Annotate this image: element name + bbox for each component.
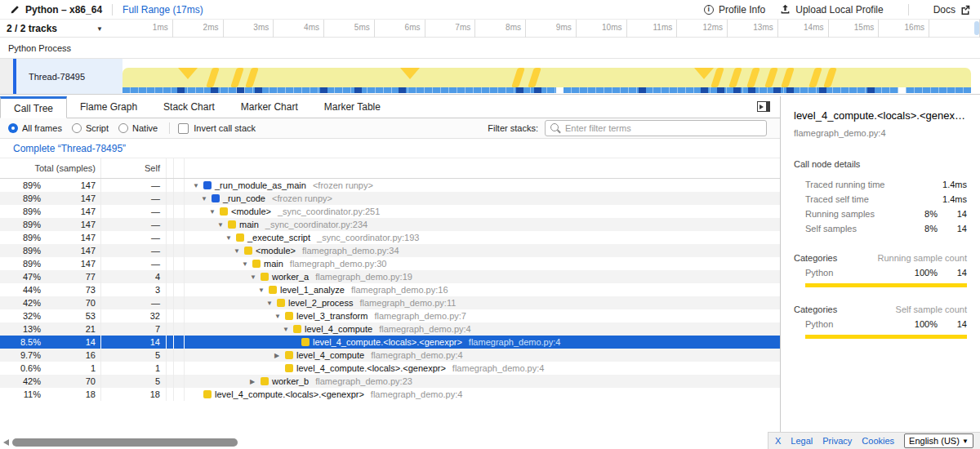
column-header-total[interactable]: Total (samples) xyxy=(0,158,101,178)
category-percent: 100% xyxy=(905,319,938,329)
twisty-open-icon[interactable]: ▼ xyxy=(250,273,261,281)
total-percent: 13% xyxy=(0,324,41,334)
process-track-header[interactable]: Python Process xyxy=(0,38,980,59)
categories-kind: Self sample count xyxy=(896,305,967,314)
table-row[interactable]: 89%147—▼_execute_script_sync_coordinator… xyxy=(0,231,780,244)
tracks-scrollbar[interactable] xyxy=(974,21,979,35)
table-row[interactable]: 44%733▼level_1_analyzeflamegraph_demo.py… xyxy=(0,283,780,296)
invert-call-stack-checkbox[interactable] xyxy=(178,123,189,134)
function-name: level_4_compute.<locals>.<genexpr> xyxy=(215,389,364,399)
cell-self: 4 xyxy=(101,270,167,283)
twisty-open-icon[interactable]: ▼ xyxy=(217,221,228,229)
radio-label[interactable]: All frames xyxy=(22,123,62,133)
detail-label: Traced self time xyxy=(794,194,905,204)
tab-call-tree[interactable]: Call Tree xyxy=(0,96,67,118)
filter-stacks-input[interactable] xyxy=(545,120,767,136)
divider xyxy=(112,4,113,16)
table-row[interactable]: 13%217▼level_4_computeflamegraph_demo.py… xyxy=(0,322,780,336)
upload-profile-button[interactable]: Upload Local Profile xyxy=(780,4,883,16)
column-spacer xyxy=(174,158,185,178)
table-row[interactable]: 42%70—▼level_2_processflamegraph_demo.py… xyxy=(0,296,780,309)
samples-strip[interactable] xyxy=(122,87,971,93)
twisty-closed-icon[interactable]: ▶ xyxy=(250,378,261,385)
language-select[interactable]: English (US) ▼ xyxy=(904,433,973,448)
scroll-left-arrow-icon[interactable] xyxy=(3,439,9,446)
table-row[interactable]: 9.7%165▶level_4_computeflamegraph_demo.p… xyxy=(0,349,780,362)
sidebar-toggle-icon[interactable] xyxy=(757,101,770,112)
table-row[interactable]: 89%147—▼mainflamegraph_demo.py:30 xyxy=(0,257,780,270)
tab-flame-graph[interactable]: Flame Graph xyxy=(67,96,150,118)
cell-self: 14 xyxy=(101,336,167,349)
radio-native[interactable] xyxy=(118,123,128,133)
sample-marker-dark xyxy=(819,87,826,93)
tracks-count-label: 2 / 2 tracks xyxy=(7,23,57,34)
radio-script[interactable] xyxy=(72,123,82,133)
upload-label: Upload Local Profile xyxy=(795,4,883,16)
detail-row: Traced running time1.4ms xyxy=(794,177,967,192)
twisty-closed-icon[interactable]: ▶ xyxy=(274,352,285,359)
twisty-open-icon[interactable]: ▼ xyxy=(266,300,277,307)
tab-marker-table[interactable]: Marker Table xyxy=(311,96,394,118)
footer-link-legal[interactable]: Legal xyxy=(791,436,813,446)
twisty-open-icon[interactable]: ▼ xyxy=(274,313,285,320)
radio-label[interactable]: Script xyxy=(86,123,109,133)
twisty-open-icon[interactable]: ▼ xyxy=(193,182,203,189)
table-row[interactable]: 89%147—▼_run_code<frozen runpy> xyxy=(0,192,780,205)
thread-track[interactable]: Thread-78495 xyxy=(0,59,980,95)
detail-value: 14 xyxy=(938,209,967,219)
cell-total: 13%21 xyxy=(0,322,101,336)
profile-name[interactable]: Python – x86_64 xyxy=(10,4,102,16)
table-row[interactable]: 89%147—▼_run_module_as_main<frozen runpy… xyxy=(0,179,780,192)
footer-link-x[interactable]: X xyxy=(775,436,781,446)
footer-link-privacy[interactable]: Privacy xyxy=(822,436,852,446)
cell-spacer xyxy=(174,283,185,296)
twisty-open-icon[interactable]: ▼ xyxy=(258,287,269,294)
total-percent: 44% xyxy=(0,285,41,295)
toggle-arrow-icon xyxy=(760,104,764,109)
total-samples: 21 xyxy=(41,324,100,334)
tab-marker-chart[interactable]: Marker Chart xyxy=(228,96,311,118)
tree-node: ▼_execute_script_sync_coordinator.py:193 xyxy=(185,233,419,242)
cell-tree: ▼_run_code<frozen runpy> xyxy=(185,192,780,205)
twisty-open-icon[interactable]: ▼ xyxy=(283,326,293,333)
cell-tree: ▼mainflamegraph_demo.py:30 xyxy=(185,257,780,270)
category-row: Python100%14 xyxy=(794,265,967,280)
twisty-open-icon[interactable]: ▼ xyxy=(225,234,236,242)
tracks-dropdown[interactable]: 2 / 2 tracks ▼ xyxy=(7,20,103,38)
twisty-open-icon[interactable]: ▼ xyxy=(242,260,252,268)
table-row[interactable]: 11%1818level_4_compute.<locals>.<genexpr… xyxy=(0,388,780,401)
category-percent: 100% xyxy=(905,268,938,278)
twisty-open-icon[interactable]: ▼ xyxy=(234,247,244,255)
cell-total: 42%70 xyxy=(0,375,101,388)
thread-track-label[interactable]: Thread-78495 xyxy=(16,59,122,94)
table-row[interactable]: 89%147—▼<module>flamegraph_demo.py:34 xyxy=(0,244,780,257)
profile-info-button[interactable]: i Profile Info xyxy=(704,4,765,16)
radio-all-frames[interactable] xyxy=(8,123,18,133)
tab-stack-chart[interactable]: Stack Chart xyxy=(150,96,228,118)
total-samples: 70 xyxy=(41,376,100,386)
invert-call-stack-label[interactable]: Invert call stack xyxy=(194,123,256,133)
cell-total: 44%73 xyxy=(0,283,101,296)
cell-tree: ▼level_2_processflamegraph_demo.py:11 xyxy=(185,296,780,309)
cell-spacer xyxy=(174,244,185,257)
table-row[interactable]: 47%774▼worker_aflamegraph_demo.py:19 xyxy=(0,270,780,283)
docs-link[interactable]: Docs xyxy=(933,4,970,16)
divider xyxy=(169,122,170,134)
column-header-self[interactable]: Self xyxy=(101,158,167,178)
cell-spacer xyxy=(174,322,185,336)
table-row[interactable]: 0.6%11level_4_compute.<locals>.<genexpr>… xyxy=(0,362,780,375)
twisty-open-icon[interactable]: ▼ xyxy=(201,195,212,202)
cpu-usage-graph[interactable] xyxy=(122,68,971,87)
table-row[interactable]: 89%147—▼<module>_sync_coordinator.py:251 xyxy=(0,205,780,218)
cpu-activity-mark xyxy=(710,68,724,87)
breadcrumb-complete-thread[interactable]: Complete “Thread-78495” xyxy=(13,143,126,154)
full-range-link[interactable]: Full Range (17ms) xyxy=(122,4,203,16)
table-row[interactable]: 32%5332▼level_3_transformflamegraph_demo… xyxy=(0,309,780,322)
scrollbar-thumb[interactable] xyxy=(12,438,238,447)
footer-link-cookies[interactable]: Cookies xyxy=(862,436,894,446)
radio-label[interactable]: Native xyxy=(132,123,158,133)
table-row[interactable]: 8.5%1414level_4_compute.<locals>.<genexp… xyxy=(0,336,780,349)
table-row[interactable]: 42%705▶worker_bflamegraph_demo.py:23 xyxy=(0,375,780,388)
twisty-open-icon[interactable]: ▼ xyxy=(209,208,220,216)
table-row[interactable]: 89%147—▼main_sync_coordinator.py:234 xyxy=(0,218,780,231)
